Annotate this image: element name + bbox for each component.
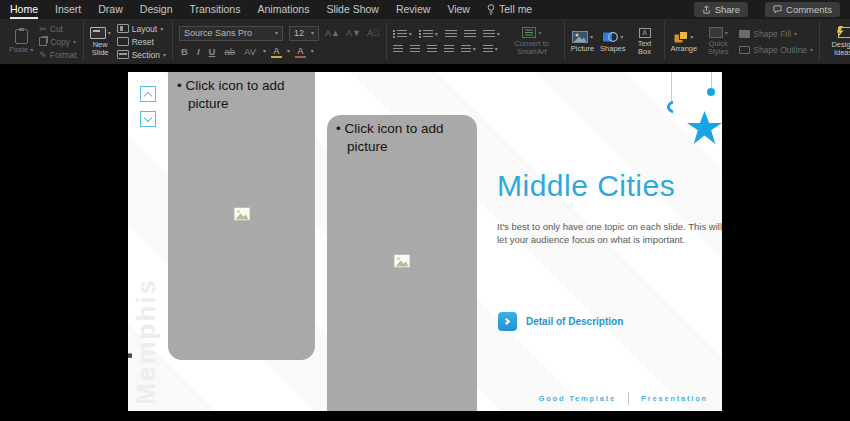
strikethrough-button[interactable]: ab — [222, 46, 237, 57]
arrange-group: ▾ Arrange ▾ Quick Styles Shape Fill▾ Sha… — [665, 22, 821, 61]
design-ideas-button[interactable]: Design Ideas — [826, 26, 850, 57]
font-size-value: 12 — [294, 28, 304, 38]
italic-button[interactable]: I — [195, 46, 202, 57]
increase-indent-button[interactable] — [464, 30, 476, 39]
insert-picture-icon[interactable] — [394, 254, 411, 272]
slide-footer: Good Template Presentation — [539, 392, 708, 405]
font-family-select[interactable]: Source Sans Pro▾ — [179, 26, 283, 41]
numbering-dropdown-icon: ▾ — [435, 31, 438, 37]
shapes-icon — [602, 31, 618, 43]
picture-button[interactable]: ▾ Picture — [571, 31, 594, 53]
align-center-button[interactable] — [410, 45, 420, 54]
slide-title[interactable]: Middle Cities — [497, 169, 675, 203]
bullets-button[interactable]: ▾ — [393, 30, 412, 39]
cut-button[interactable]: ✂Cut — [39, 24, 76, 34]
line-spacing-icon — [483, 30, 495, 39]
section-button[interactable]: Section▾ — [117, 50, 166, 60]
vertical-watermark-text: Memphis — [131, 278, 161, 405]
arrange-label: Arrange — [671, 45, 698, 53]
footer-left-text[interactable]: Good Template — [539, 394, 616, 403]
font-family-dropdown-icon: ▾ — [275, 30, 278, 36]
decrease-indent-button[interactable] — [445, 30, 457, 39]
align-text-button[interactable]: ▾ — [483, 45, 498, 54]
bold-button[interactable]: B — [179, 46, 190, 57]
shape-outline-button[interactable]: Shape Outline▾ — [739, 45, 813, 55]
text-highlight-button[interactable]: A — [271, 45, 282, 58]
menu-slide-show[interactable]: Slide Show — [326, 0, 379, 19]
text-box-button[interactable]: A Text Box — [632, 28, 658, 56]
reset-icon — [117, 37, 129, 46]
shape-outline-icon — [739, 46, 750, 54]
picture-placeholder-2[interactable]: • Click icon to add picture — [327, 115, 477, 411]
text-direction-icon — [461, 45, 471, 54]
align-left-button[interactable] — [393, 45, 403, 54]
menu-tell-me[interactable]: Tell me — [487, 0, 532, 19]
text-box-icon: A — [639, 28, 651, 38]
justify-button[interactable] — [444, 45, 454, 54]
bullet-icon: • — [336, 121, 341, 136]
ribbon-home-tab: Paste▾ ✂Cut Copy▾ ✎Format ▾ New Slide La… — [0, 19, 850, 65]
chevron-up-icon — [144, 91, 152, 99]
paste-button[interactable]: Paste▾ — [9, 29, 33, 54]
shrink-font-icon: A — [346, 28, 352, 38]
new-slide-dropdown-icon: ▾ — [108, 30, 111, 36]
reset-button[interactable]: Reset — [117, 37, 166, 47]
shape-fill-button[interactable]: Shape Fill▾ — [739, 29, 813, 39]
bullets-icon — [393, 30, 407, 39]
tell-me-label: Tell me — [499, 0, 532, 19]
comments-button[interactable]: Comments — [765, 2, 840, 17]
picture-placeholder-1[interactable]: • Click icon to add picture — [168, 72, 315, 360]
menu-bar: Home Insert Draw Design Transitions Anim… — [0, 0, 850, 19]
underline-button[interactable]: U — [207, 46, 218, 57]
insert-picture-icon[interactable] — [233, 207, 250, 225]
convert-to-smartart-button[interactable]: ▾ Convert to SmartArt — [506, 27, 558, 56]
arrange-button[interactable]: ▾ Arrange — [671, 31, 698, 53]
layout-button[interactable]: Layout▾ — [117, 24, 166, 34]
numbering-button[interactable]: ▾ — [419, 30, 438, 39]
convert-smartart-label: Convert to SmartArt — [506, 40, 558, 56]
footer-right-text[interactable]: Presentation — [641, 394, 708, 403]
line-spacing-dropdown-icon: ▾ — [497, 31, 500, 37]
layout-dropdown-icon: ▾ — [160, 26, 163, 32]
menu-design[interactable]: Design — [140, 0, 173, 19]
format-painter-button[interactable]: ✎Format — [39, 50, 76, 60]
text-direction-button[interactable]: ▾ — [461, 45, 476, 54]
menu-home[interactable]: Home — [10, 0, 38, 19]
highlight-dropdown-icon: ▾ — [287, 48, 290, 54]
share-label: Share — [715, 4, 740, 15]
footer-divider — [628, 392, 629, 405]
paste-label: Paste — [9, 46, 28, 54]
share-button[interactable]: Share — [694, 2, 748, 17]
menu-view[interactable]: View — [447, 0, 470, 19]
quick-styles-button[interactable]: ▾ Quick Styles — [703, 27, 733, 56]
menu-insert[interactable]: Insert — [55, 0, 81, 19]
quick-styles-label: Quick Styles — [703, 40, 733, 56]
menu-review[interactable]: Review — [396, 0, 430, 19]
shapes-button[interactable]: ▾ Shapes — [600, 31, 625, 53]
shape-outline-label: Shape Outline — [753, 45, 807, 55]
menu-transitions[interactable]: Transitions — [189, 0, 240, 19]
menu-animations[interactable]: Animations — [257, 0, 309, 19]
clear-formatting-button[interactable]: A⃣ — [367, 28, 380, 38]
grow-font-button[interactable]: A▲ — [325, 28, 340, 38]
shrink-font-button[interactable]: A▼ — [346, 28, 361, 38]
cut-label: Cut — [50, 24, 63, 34]
new-slide-button[interactable]: ▾ New Slide — [90, 27, 111, 57]
chevron-up-shape — [140, 86, 156, 102]
align-right-button[interactable] — [427, 45, 437, 54]
character-spacing-button[interactable]: AV — [242, 46, 258, 57]
detail-link[interactable]: Detail of Description — [498, 312, 623, 331]
align-text-dropdown-icon: ▾ — [495, 46, 498, 52]
slide-canvas[interactable]: Memphis Memphis • Click icon to add pict… — [128, 72, 722, 411]
copy-button[interactable]: Copy▾ — [39, 37, 76, 47]
font-size-select[interactable]: 12▾ — [289, 26, 319, 41]
slide-body-text[interactable]: It's best to only have one topic on each… — [497, 220, 722, 246]
picture-label: Picture — [571, 45, 594, 53]
font-group: Source Sans Pro▾ 12▾ A▲ A▼ A⃣ B I U ab A… — [173, 22, 387, 61]
chevron-down-icon — [144, 114, 152, 122]
arrow-right-icon — [498, 312, 517, 331]
section-icon — [117, 50, 129, 59]
font-color-button[interactable]: A — [295, 45, 306, 58]
line-spacing-button[interactable]: ▾ — [483, 30, 500, 39]
menu-draw[interactable]: Draw — [98, 0, 123, 19]
